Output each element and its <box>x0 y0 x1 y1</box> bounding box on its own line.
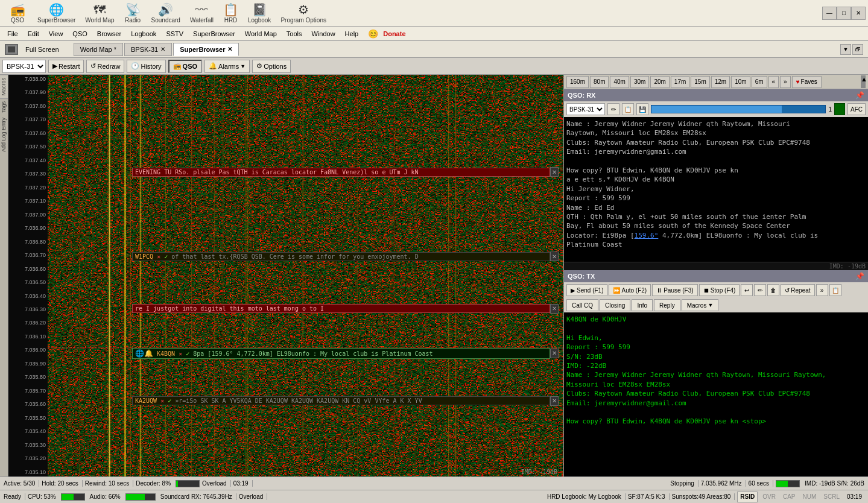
superbrowser-tab[interactable]: SuperBrowser ✕ <box>173 43 239 56</box>
menu-view[interactable]: View <box>44 30 68 38</box>
waterfall-toolbar-btn[interactable]: 〰 Waterfall <box>185 2 218 25</box>
repeat-btn[interactable]: ↺ Repeat <box>781 284 814 296</box>
menu-tools[interactable]: Tools <box>282 30 307 38</box>
band-next[interactable]: » <box>780 76 791 88</box>
decode-row-3[interactable]: re I justgot into digital this moto last… <box>132 304 559 314</box>
decode-row-5[interactable]: KA2UQW ✕ ✓ »r=iSo SK SK A YV5KQA DE KA2U… <box>132 396 559 406</box>
bpsk31-tab-close[interactable]: ✕ <box>160 46 165 52</box>
menu-worldmap[interactable]: World Map <box>240 30 282 38</box>
qso-sb-btn[interactable]: 📻 QSO <box>168 60 202 73</box>
macros-side-tab[interactable]: Macros <box>0 75 8 98</box>
pause-btn[interactable]: ⏸ Pause (F3) <box>652 284 697 296</box>
qso-icon: 📻 <box>173 62 182 70</box>
redraw-btn[interactable]: ↺ Redraw <box>86 60 124 73</box>
reply-btn[interactable]: Reply <box>654 299 680 311</box>
callcq-btn[interactable]: Call CQ <box>566 299 598 311</box>
tags-side-tab[interactable]: Tags <box>0 98 8 115</box>
band-10m[interactable]: 10m <box>731 76 750 88</box>
add-log-side-tab[interactable]: Add Log Entry <box>0 115 8 154</box>
waterfall-canvas-area[interactable]: EVENING TU RSo. plsale Pas tQTH is Carac… <box>48 75 563 476</box>
fullscreen-btn[interactable] <box>2 43 21 55</box>
repeat-icon: ↺ <box>785 287 790 294</box>
qso-rx-text[interactable]: Name : Jeremy Widner Jeremy Widner qth R… <box>564 117 868 262</box>
band-20m[interactable]: 20m <box>650 76 669 88</box>
decode-close-3[interactable]: ✕ <box>550 304 559 314</box>
afc-btn[interactable]: AFC <box>847 103 866 115</box>
band-12m[interactable]: 12m <box>711 76 730 88</box>
tx-text-area[interactable]: K4BQN de KD0HJV Hi Edwin, Report : 599 5… <box>564 312 868 476</box>
tx-more-btn[interactable]: » <box>816 284 828 296</box>
auto-btn[interactable]: ⏩ Auto (F2) <box>609 284 651 296</box>
stop-btn[interactable]: ⏹ Stop (F4) <box>699 284 740 296</box>
tab-menu-btn[interactable]: ▼ <box>840 44 851 55</box>
faves-btn[interactable]: ♥ Faves <box>792 76 822 88</box>
decode-row-1[interactable]: EVENING TU RSo. plsale Pas tQTH is Carac… <box>132 167 559 177</box>
clear-tx-btn[interactable]: 🗑 <box>767 284 779 296</box>
minimize-btn[interactable]: — <box>822 7 837 20</box>
decode-close-4[interactable]: ✕ <box>550 349 559 358</box>
edit-tx-btn[interactable]: ✏ <box>754 284 766 296</box>
menu-sstv[interactable]: SSTV <box>161 30 188 38</box>
decode-close-1[interactable]: ✕ <box>550 167 559 177</box>
band-80m[interactable]: 80m <box>590 76 609 88</box>
band-17m[interactable]: 17m <box>671 76 689 88</box>
rx-mode-select[interactable]: BPSK-31 <box>566 103 605 115</box>
rx-edit-btn[interactable]: ✏ <box>607 103 619 115</box>
band-40m[interactable]: 40m <box>610 76 629 88</box>
logbook-toolbar-btn[interactable]: 📓 Logbook <box>243 1 276 25</box>
tx-log-btn[interactable]: 📋 <box>829 284 841 296</box>
band-6m[interactable]: 6m <box>752 76 767 88</box>
waterfall-area[interactable]: 7.038.00 7.037.90 7.037.80 7.037.70 7.03… <box>8 75 563 476</box>
decode-row-4[interactable]: 🌐🔔 K4BQN ✕ ✓ 8pa [159.6° 4,772.0km] EL98… <box>132 348 559 359</box>
menu-superbrowser[interactable]: SuperBrowser <box>188 30 240 38</box>
decode-close-2[interactable]: ✕ <box>550 252 559 261</box>
menu-window[interactable]: Window <box>306 30 340 38</box>
info-btn[interactable]: Info <box>632 299 653 311</box>
donate-btn[interactable]: Donate <box>378 30 410 38</box>
decode-close-5[interactable]: ✕ <box>550 396 559 406</box>
pin-tx-icon[interactable]: 📌 <box>855 272 864 280</box>
worldmap-toolbar-btn[interactable]: 🗺 World Map <box>80 2 119 25</box>
right-scroll-top[interactable]: ▲ <box>861 75 866 88</box>
closing-btn[interactable]: Closing <box>600 299 630 311</box>
soundcard-status: Soundcard RX: 7645.39Hz <box>158 493 236 500</box>
macros-btn[interactable]: Macros ▼ <box>682 299 719 311</box>
imd-rx-display: IMD: -19dB <box>564 262 868 270</box>
menu-logbook[interactable]: Logbook <box>126 30 161 38</box>
menu-qso[interactable]: QSO <box>68 30 92 38</box>
superbrowser-tab-close[interactable]: ✕ <box>227 46 232 52</box>
band-prev[interactable]: « <box>768 76 779 88</box>
pin-icon[interactable]: 📌 <box>855 91 864 100</box>
rx-save-btn[interactable]: 💾 <box>636 103 648 115</box>
hrd-toolbar-btn[interactable]: 📋 HRD <box>218 1 243 25</box>
superbrowser-toolbar-btn[interactable]: 🌐 SuperBrowser <box>33 1 80 25</box>
decode-row-2[interactable]: W1PCQ ✕ ✓ of that last tx.{RQSB QSB. Cer… <box>132 252 559 261</box>
history-btn[interactable]: 🕐 History <box>127 60 165 73</box>
qso-toolbar-btn[interactable]: 📻 QSO <box>2 1 33 25</box>
tab-float-btn[interactable]: 🗗 <box>852 44 863 55</box>
send-btn[interactable]: ▶ Send (F1) <box>566 284 607 296</box>
menu-help[interactable]: Help <box>340 30 364 38</box>
band-30m[interactable]: 30m <box>630 76 649 88</box>
menu-file[interactable]: File <box>2 30 23 38</box>
program-options-toolbar-btn[interactable]: ⚙ Program Options <box>276 1 331 25</box>
bpsk31-tab[interactable]: BPSK-31 ✕ <box>124 43 172 56</box>
fullscreen-label[interactable]: Full Screen <box>25 46 59 53</box>
undo-btn[interactable]: ↩ <box>741 284 753 296</box>
restore-btn[interactable]: □ <box>837 7 851 20</box>
band-15m[interactable]: 15m <box>691 76 709 88</box>
rsid-btn[interactable]: RSID <box>737 492 758 502</box>
restart-btn[interactable]: ▶ Restart <box>48 60 84 73</box>
menu-browser[interactable]: Browser <box>92 30 126 38</box>
mode-select[interactable]: BPSK-31 <box>2 60 46 73</box>
radio-toolbar-btn[interactable]: 📡 Radio <box>119 1 147 25</box>
options-sb-btn[interactable]: ⚙ Options <box>252 60 291 73</box>
alarms-btn[interactable]: 🔔 Alarms ▼ <box>204 60 250 73</box>
band-160m[interactable]: 160m <box>566 76 589 88</box>
soundcard-toolbar-btn[interactable]: 🔊 Soundcard <box>147 1 185 25</box>
menu-edit[interactable]: Edit <box>23 30 44 38</box>
decoder-progress <box>176 480 200 487</box>
close-btn[interactable]: ✕ <box>851 7 866 20</box>
worldmap-tab[interactable]: World Map * <box>74 43 123 56</box>
rx-copy-btn[interactable]: 📋 <box>622 103 634 115</box>
